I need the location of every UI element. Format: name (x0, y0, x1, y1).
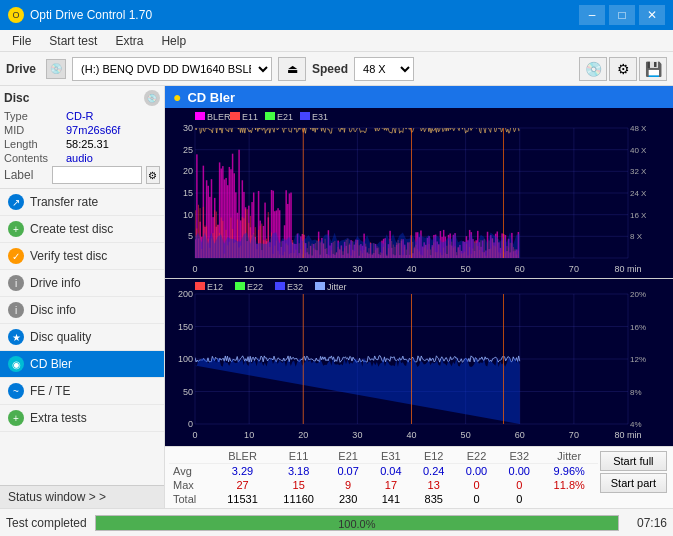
status-window-label: Status window > > (8, 490, 106, 504)
chart-title: CD Bler (187, 90, 235, 105)
label-edit-button[interactable]: ⚙ (146, 166, 160, 184)
contents-value: audio (66, 152, 93, 164)
stats-section: BLER E11 E21 E31 E12 E22 E32 Jitter Avg … (165, 446, 673, 508)
type-value: CD-R (66, 110, 94, 122)
verify-test-disc-icon: ✓ (8, 248, 24, 264)
col-e12: E12 (412, 449, 455, 464)
start-part-button[interactable]: Start part (600, 473, 667, 493)
col-e32: E32 (498, 449, 541, 464)
settings-icon-button[interactable]: ⚙ (609, 57, 637, 81)
disc-section-icon: 💿 (144, 90, 160, 106)
cd-bler-label: CD Bler (30, 357, 72, 371)
sidebar-item-disc-info[interactable]: i Disc info (0, 297, 164, 324)
sidebar-item-transfer-rate[interactable]: ↗ Transfer rate (0, 189, 164, 216)
close-button[interactable]: ✕ (639, 5, 665, 25)
disc-quality-icon: ★ (8, 329, 24, 345)
create-test-disc-icon: + (8, 221, 24, 237)
col-e22: E22 (455, 449, 498, 464)
minimize-button[interactable]: – (579, 5, 605, 25)
fe-te-label: FE / TE (30, 384, 70, 398)
stats-table: BLER E11 E21 E31 E12 E22 E32 Jitter Avg … (169, 449, 598, 506)
sidebar-item-cd-bler[interactable]: ◉ CD Bler (0, 351, 164, 378)
menu-help[interactable]: Help (153, 32, 194, 50)
transfer-rate-label: Transfer rate (30, 195, 98, 209)
menu-bar: File Start test Extra Help (0, 30, 673, 52)
fe-te-icon: ~ (8, 383, 24, 399)
disc-section: Disc 💿 Type CD-R MID 97m26s66f Length 58… (0, 86, 164, 189)
stats-max-row: Max 27 15 9 17 13 0 0 11.8% (169, 478, 598, 492)
status-bar: Test completed 100.0% 07:16 (0, 508, 673, 536)
drive-info-icon: i (8, 275, 24, 291)
mid-value: 97m26s66f (66, 124, 120, 136)
col-e31: E31 (370, 449, 413, 464)
sidebar-item-verify-test-disc[interactable]: ✓ Verify test disc (0, 243, 164, 270)
time-display: 07:16 (627, 516, 667, 530)
length-label: Length (4, 138, 62, 150)
menu-start-test[interactable]: Start test (41, 32, 105, 50)
col-e11: E11 (271, 449, 327, 464)
lower-chart (165, 279, 673, 446)
app-icon: O (8, 7, 24, 23)
label-label: Label (4, 168, 48, 182)
chart-title-bar: ● CD Bler (165, 86, 673, 108)
contents-label: Contents (4, 152, 62, 164)
drive-icon: 💿 (46, 59, 66, 79)
sidebar: Disc 💿 Type CD-R MID 97m26s66f Length 58… (0, 86, 165, 508)
sidebar-item-extra-tests[interactable]: + Extra tests (0, 405, 164, 432)
extra-tests-label: Extra tests (30, 411, 87, 425)
disc-title: Disc (4, 91, 29, 105)
progress-label: 100.0% (96, 516, 618, 531)
save-icon-button[interactable]: 💾 (639, 57, 667, 81)
status-text: Test completed (6, 516, 87, 530)
drive-label: Drive (6, 62, 36, 76)
sidebar-item-disc-quality[interactable]: ★ Disc quality (0, 324, 164, 351)
sidebar-item-drive-info[interactable]: i Drive info (0, 270, 164, 297)
upper-chart (165, 108, 673, 278)
col-e21: E21 (327, 449, 370, 464)
extra-tests-icon: + (8, 410, 24, 426)
create-test-disc-label: Create test disc (30, 222, 113, 236)
type-label: Type (4, 110, 62, 122)
disc-info-label: Disc info (30, 303, 76, 317)
chart-title-icon: ● (173, 89, 181, 105)
sidebar-item-create-test-disc[interactable]: + Create test disc (0, 216, 164, 243)
length-value: 58:25.31 (66, 138, 109, 150)
stats-total-row: Total 11531 11160 230 141 835 0 0 (169, 492, 598, 506)
disc-quality-label: Disc quality (30, 330, 91, 344)
main-content: Disc 💿 Type CD-R MID 97m26s66f Length 58… (0, 86, 673, 508)
eject-button[interactable]: ⏏ (278, 57, 306, 81)
sidebar-nav: ↗ Transfer rate + Create test disc ✓ Ver… (0, 189, 164, 485)
cd-bler-icon: ◉ (8, 356, 24, 372)
speed-label: Speed (312, 62, 348, 76)
transfer-rate-icon: ↗ (8, 194, 24, 210)
col-jitter: Jitter (541, 449, 598, 464)
menu-file[interactable]: File (4, 32, 39, 50)
drive-info-label: Drive info (30, 276, 81, 290)
chart-area: ● CD Bler BLER E11 (165, 86, 673, 508)
disc-icon-button[interactable]: 💿 (579, 57, 607, 81)
title-bar: O Opti Drive Control 1.70 – □ ✕ (0, 0, 673, 30)
sidebar-item-fe-te[interactable]: ~ FE / TE (0, 378, 164, 405)
disc-info-icon: i (8, 302, 24, 318)
menu-extra[interactable]: Extra (107, 32, 151, 50)
label-input[interactable] (52, 166, 142, 184)
speed-select[interactable]: 48 X (354, 57, 414, 81)
stats-avg-row: Avg 3.29 3.18 0.07 0.04 0.24 0.00 0.00 9… (169, 464, 598, 479)
app-title: Opti Drive Control 1.70 (30, 8, 152, 22)
status-window-button[interactable]: Status window > > (0, 485, 164, 508)
charts-container (165, 108, 673, 446)
progress-bar-container: 100.0% (95, 515, 619, 531)
start-full-button[interactable]: Start full (600, 451, 667, 471)
drive-select[interactable]: (H:) BENQ DVD DD DW1640 BSLB (72, 57, 272, 81)
drive-bar: Drive 💿 (H:) BENQ DVD DD DW1640 BSLB ⏏ S… (0, 52, 673, 86)
verify-test-disc-label: Verify test disc (30, 249, 107, 263)
col-bler: BLER (214, 449, 270, 464)
maximize-button[interactable]: □ (609, 5, 635, 25)
mid-label: MID (4, 124, 62, 136)
